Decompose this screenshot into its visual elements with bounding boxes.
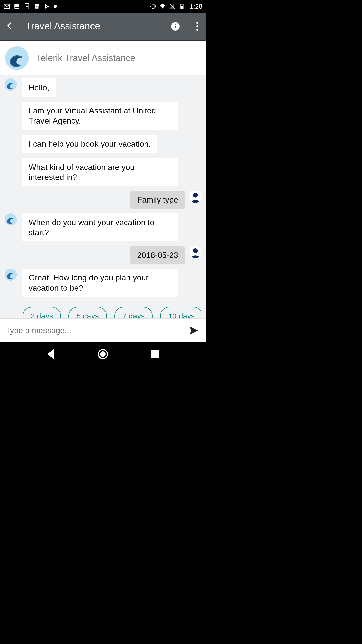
bot-message: When do you want your vacation to start?	[22, 213, 178, 242]
chat-area[interactable]: Hello, I am your Virtual Assistant at Un…	[0, 75, 206, 318]
person-icon	[189, 246, 201, 258]
chip-7-days[interactable]: 7 days	[114, 307, 153, 318]
message-group-user: Family type	[5, 191, 201, 209]
message-group-bot: When do you want your vacation to start?	[5, 213, 201, 242]
user-avatar	[189, 246, 201, 258]
user-message: 2018-05-23	[130, 246, 185, 264]
play-check-icon	[44, 3, 50, 10]
more-dot-icon	[196, 25, 198, 27]
bot-avatar	[5, 269, 17, 281]
bot-message: Hello,	[22, 78, 56, 97]
battery-icon	[178, 3, 185, 10]
wave-icon	[5, 78, 17, 91]
bot-message: What kind of vacation are you interested…	[22, 158, 178, 186]
wave-icon	[5, 213, 17, 225]
more-dot-icon	[196, 22, 198, 24]
nav-home-icon	[97, 348, 109, 360]
input-bar	[0, 318, 206, 342]
user-avatar	[189, 191, 201, 203]
svg-point-11	[193, 193, 198, 198]
app-bar: Travel Assistance i	[0, 13, 206, 41]
chip-2-days[interactable]: 2 days	[23, 307, 61, 318]
message-group-user: 2018-05-23	[5, 246, 201, 264]
info-icon: i	[175, 23, 176, 30]
message-group-bot: Hello, I am your Virtual Assistant at Un…	[5, 78, 201, 186]
send-button[interactable]	[187, 324, 200, 337]
back-button[interactable]	[5, 21, 14, 31]
svg-rect-18	[151, 351, 158, 358]
svg-point-14	[193, 248, 198, 253]
wave-icon	[5, 46, 29, 70]
bot-message: I am your Virtual Assistant at United Tr…	[22, 102, 178, 130]
status-time: 1:28	[190, 3, 202, 10]
bot-avatar-large	[5, 46, 29, 70]
more-dot-icon	[196, 29, 198, 31]
bot-avatar	[5, 78, 17, 91]
nav-back-button[interactable]	[45, 348, 57, 360]
notification-dot-icon	[54, 5, 57, 8]
chip-5-days[interactable]: 5 days	[68, 307, 107, 318]
vibrate-icon	[150, 3, 156, 10]
svg-point-17	[100, 352, 105, 357]
no-signal-icon	[169, 3, 175, 10]
bot-avatar	[5, 213, 17, 225]
message-input[interactable]	[6, 326, 187, 335]
wave-icon	[5, 269, 17, 281]
info-button[interactable]: i	[171, 22, 180, 31]
more-options-button[interactable]	[194, 20, 201, 32]
nav-recent-button[interactable]	[149, 348, 161, 360]
svg-rect-7	[181, 6, 183, 9]
nav-recent-icon	[149, 348, 161, 360]
svg-rect-1	[14, 4, 19, 9]
nav-bar	[0, 342, 206, 366]
photo-icon	[14, 3, 20, 10]
chat-header: Telerik Travel Assistance	[0, 41, 206, 75]
person-icon	[189, 191, 201, 203]
back-icon	[5, 21, 14, 30]
send-icon	[188, 325, 199, 336]
page-title: Travel Assistance	[26, 21, 171, 32]
svg-rect-3	[152, 4, 154, 8]
bot-message: Great. How long do you plan your vacatio…	[22, 269, 178, 297]
suggestion-chips: 2 days 5 days 7 days 10 days Another	[5, 307, 201, 318]
gmail-icon	[4, 3, 10, 10]
chip-10-days[interactable]: 10 days	[160, 307, 201, 318]
status-bar: 1:28	[0, 0, 206, 13]
download-icon	[24, 3, 30, 10]
nav-back-icon	[45, 348, 57, 360]
wifi-icon	[159, 3, 166, 10]
bot-message: I can help you book your vacation.	[22, 135, 157, 153]
chat-title: Telerik Travel Assistance	[36, 53, 135, 63]
message-group-bot: Great. How long do you plan your vacatio…	[5, 269, 201, 297]
user-message: Family type	[130, 191, 185, 209]
nav-home-button[interactable]	[97, 348, 109, 360]
store-check-icon	[34, 3, 40, 10]
svg-rect-6	[181, 4, 182, 4]
